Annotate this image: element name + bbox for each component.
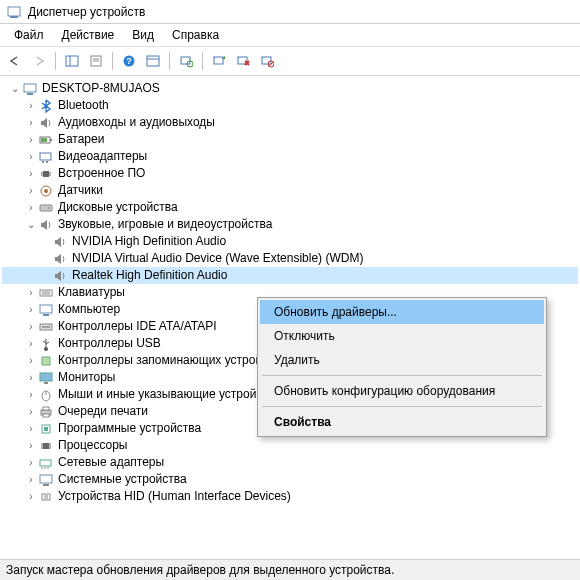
- svg-rect-48: [42, 357, 50, 365]
- category-label: Устройства HID (Human Interface Devices): [58, 488, 291, 505]
- back-button[interactable]: [4, 50, 26, 72]
- uninstall-button[interactable]: [232, 50, 254, 72]
- chevron-down-icon[interactable]: ⌄: [24, 216, 38, 233]
- svg-rect-55: [43, 414, 49, 417]
- category-label: Процессоры: [58, 437, 128, 454]
- computer-icon: [22, 81, 38, 97]
- cpu-icon: [38, 438, 54, 454]
- svg-rect-54: [43, 407, 49, 410]
- menu-view[interactable]: Вид: [124, 26, 162, 44]
- svg-rect-49: [40, 373, 52, 381]
- category-label: Датчики: [58, 182, 103, 199]
- category-hid-devices[interactable]: ›Устройства HID (Human Interface Devices…: [2, 488, 578, 505]
- help-button[interactable]: ?: [118, 50, 140, 72]
- scan-hardware-button[interactable]: [175, 50, 197, 72]
- category-network-adapters[interactable]: ›Сетевые адаптеры: [2, 454, 578, 471]
- tree-root[interactable]: ⌄ DESKTOP-8MUJAOS: [2, 80, 578, 97]
- category-label: Аудиовходы и аудиовыходы: [58, 114, 215, 131]
- chevron-right-icon[interactable]: ›: [24, 148, 38, 165]
- chevron-right-icon[interactable]: ›: [24, 437, 38, 454]
- ctx-update-drivers[interactable]: Обновить драйверы...: [260, 300, 544, 324]
- chevron-right-icon[interactable]: ›: [24, 97, 38, 114]
- display-adapter-icon: [38, 149, 54, 165]
- ide-icon: [38, 319, 54, 335]
- titlebar: Диспетчер устройств: [0, 0, 580, 24]
- svg-rect-50: [44, 382, 48, 384]
- device-nvidia-virtual-audio[interactable]: NVIDIA Virtual Audio Device (Wave Extens…: [2, 250, 578, 267]
- ctx-refresh-hardware[interactable]: Обновить конфигурацию оборудования: [260, 379, 544, 403]
- action-pane-button[interactable]: [142, 50, 164, 72]
- window-title: Диспетчер устройств: [28, 5, 145, 19]
- chevron-right-icon[interactable]: ›: [24, 284, 38, 301]
- chevron-right-icon[interactable]: ›: [24, 403, 38, 420]
- svg-rect-17: [262, 57, 271, 64]
- chevron-right-icon[interactable]: ›: [24, 182, 38, 199]
- chevron-right-icon[interactable]: ›: [24, 386, 38, 403]
- ctx-disable[interactable]: Отключить: [260, 324, 544, 348]
- category-system-devices[interactable]: ›Системные устройства: [2, 471, 578, 488]
- chevron-right-icon[interactable]: ›: [24, 335, 38, 352]
- disk-icon: [38, 200, 54, 216]
- category-batteries[interactable]: ›Батареи: [2, 131, 578, 148]
- category-disk[interactable]: ›Дисковые устройства: [2, 199, 578, 216]
- statusbar: Запуск мастера обновления драйверов для …: [0, 559, 580, 580]
- svg-rect-37: [40, 290, 52, 296]
- svg-rect-69: [40, 475, 52, 483]
- category-label: Очереди печати: [58, 403, 148, 420]
- svg-rect-11: [181, 57, 190, 64]
- chevron-right-icon[interactable]: ›: [24, 318, 38, 335]
- chevron-down-icon[interactable]: ⌄: [8, 80, 22, 97]
- ctx-delete[interactable]: Удалить: [260, 348, 544, 372]
- ctx-properties[interactable]: Свойства: [260, 410, 544, 434]
- chevron-right-icon[interactable]: ›: [24, 471, 38, 488]
- battery-icon: [38, 132, 54, 148]
- disable-button[interactable]: [256, 50, 278, 72]
- category-sensors[interactable]: ›Датчики: [2, 182, 578, 199]
- category-label: Контроллеры запоминающих устройств: [58, 352, 280, 369]
- speaker-icon: [52, 234, 68, 250]
- forward-button[interactable]: [28, 50, 50, 72]
- toolbar-separator: [112, 52, 113, 70]
- svg-text:?: ?: [126, 56, 132, 66]
- chevron-right-icon[interactable]: ›: [24, 114, 38, 131]
- chevron-right-icon[interactable]: ›: [24, 454, 38, 471]
- menu-help[interactable]: Справка: [164, 26, 227, 44]
- svg-rect-26: [42, 161, 44, 163]
- chevron-right-icon[interactable]: ›: [24, 301, 38, 318]
- menu-action[interactable]: Действие: [54, 26, 123, 44]
- device-label: NVIDIA High Definition Audio: [72, 233, 226, 250]
- category-bluetooth[interactable]: ›Bluetooth: [2, 97, 578, 114]
- chevron-right-icon[interactable]: ›: [24, 369, 38, 386]
- chevron-right-icon[interactable]: ›: [24, 488, 38, 505]
- category-sound[interactable]: ⌄Звуковые, игровые и видеоустройства: [2, 216, 578, 233]
- chevron-right-icon[interactable]: ›: [24, 352, 38, 369]
- category-label: Сетевые адаптеры: [58, 454, 164, 471]
- svg-rect-71: [42, 494, 50, 500]
- category-label: Контроллеры IDE ATA/ATAPI: [58, 318, 217, 335]
- category-label: Системные устройства: [58, 471, 187, 488]
- ctx-separator: [262, 375, 542, 376]
- device-realtek-audio[interactable]: Realtek High Definition Audio: [2, 267, 578, 284]
- context-menu: Обновить драйверы... Отключить Удалить О…: [257, 297, 547, 437]
- show-hide-tree-button[interactable]: [61, 50, 83, 72]
- properties-button[interactable]: [85, 50, 107, 72]
- svg-rect-65: [40, 460, 51, 466]
- storage-icon: [38, 353, 54, 369]
- chevron-right-icon[interactable]: ›: [24, 131, 38, 148]
- category-audio-io[interactable]: ›Аудиовходы и аудиовыходы: [2, 114, 578, 131]
- chevron-right-icon[interactable]: ›: [24, 165, 38, 182]
- menu-file[interactable]: Файл: [6, 26, 52, 44]
- svg-rect-24: [41, 138, 47, 142]
- category-firmware[interactable]: ›Встроенное ПО: [2, 165, 578, 182]
- svg-rect-1: [10, 16, 18, 18]
- svg-point-33: [44, 189, 48, 193]
- device-nvidia-hd-audio[interactable]: NVIDIA High Definition Audio: [2, 233, 578, 250]
- device-label: Realtek High Definition Audio: [72, 267, 227, 284]
- update-driver-button[interactable]: [208, 50, 230, 72]
- chevron-right-icon[interactable]: ›: [24, 420, 38, 437]
- category-video-adapters[interactable]: ›Видеоадаптеры: [2, 148, 578, 165]
- category-processors[interactable]: ›Процессоры: [2, 437, 578, 454]
- root-label: DESKTOP-8MUJAOS: [42, 80, 160, 97]
- svg-rect-23: [50, 139, 52, 141]
- chevron-right-icon[interactable]: ›: [24, 199, 38, 216]
